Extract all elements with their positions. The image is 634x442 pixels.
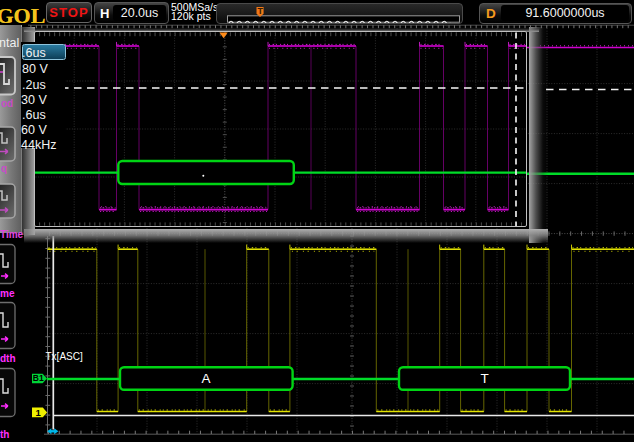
svg-text:th: th: [0, 429, 9, 440]
svg-text:me: me: [0, 288, 15, 299]
svg-text:ntal: ntal: [0, 36, 19, 50]
svg-text:Tx[ASC]: Tx[ASC]: [46, 351, 83, 362]
svg-text:T: T: [481, 371, 489, 386]
svg-text:Time: Time: [0, 229, 24, 240]
svg-text:1: 1: [35, 407, 41, 418]
svg-text:dth: dth: [0, 353, 16, 364]
svg-text:A: A: [202, 371, 211, 386]
svg-text:T: T: [258, 6, 264, 16]
svg-text:B1: B1: [33, 373, 44, 383]
svg-text:q: q: [1, 163, 7, 174]
svg-text:od: od: [1, 98, 13, 109]
